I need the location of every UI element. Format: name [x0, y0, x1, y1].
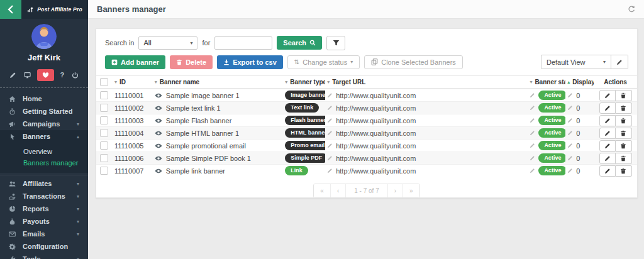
sidebar-item-configuration[interactable]: Configuration: [0, 240, 88, 253]
delete-button[interactable]: Delete: [170, 55, 213, 69]
sidebar-item-tools[interactable]: Tools ▾: [0, 253, 88, 259]
column-header-target-url[interactable]: ▾Target URL: [325, 79, 528, 85]
eye-icon[interactable]: [155, 104, 162, 112]
heart-icon: [42, 72, 49, 79]
download-icon: [223, 59, 230, 65]
pagination-prev-button[interactable]: ‹: [330, 184, 345, 197]
sidebar-item-getting-started[interactable]: Getting Started: [0, 105, 88, 118]
pagination-first-button[interactable]: «: [314, 184, 330, 197]
sidebar-item-transactions[interactable]: Transactions ▾: [0, 190, 88, 202]
favorites-button[interactable]: [37, 69, 54, 81]
edit-button[interactable]: [599, 128, 616, 139]
edit-display-order-icon[interactable]: [567, 130, 573, 136]
edit-display-order-icon[interactable]: [567, 168, 573, 174]
edit-button[interactable]: [599, 140, 616, 152]
column-header-banner-type[interactable]: ▾Banner type: [283, 79, 325, 85]
eye-icon[interactable]: [155, 142, 162, 150]
row-checkbox[interactable]: [100, 167, 108, 175]
delete-row-button[interactable]: [616, 102, 632, 114]
funnel-icon: [333, 40, 340, 47]
sidebar-item-campaigns[interactable]: Campaigns ▾: [0, 118, 88, 130]
search-input[interactable]: [214, 36, 272, 50]
pagination-last-button[interactable]: »: [402, 184, 419, 197]
edit-status-icon[interactable]: [530, 118, 535, 123]
edit-status-icon[interactable]: [530, 155, 535, 161]
sidebar-item-home[interactable]: Home: [0, 92, 88, 105]
clone-selected-banners-button[interactable]: Clone Selected Banners: [364, 55, 463, 69]
eye-icon[interactable]: [155, 117, 162, 124]
edit-display-order-icon[interactable]: [567, 155, 573, 161]
delete-row-button[interactable]: [616, 115, 632, 126]
edit-url-icon[interactable]: [327, 168, 333, 174]
edit-button[interactable]: [599, 153, 616, 164]
pagination-next-button[interactable]: ›: [387, 184, 402, 197]
edit-url-icon[interactable]: [327, 143, 333, 148]
eye-icon[interactable]: [155, 167, 162, 175]
delete-row-button[interactable]: [616, 165, 632, 177]
delete-row-button[interactable]: [616, 128, 632, 139]
edit-display-order-icon[interactable]: [567, 105, 573, 111]
search-button[interactable]: Search: [277, 36, 322, 50]
delete-row-button[interactable]: [616, 153, 632, 164]
sidebar-item-banners[interactable]: Banners ▴: [0, 130, 88, 143]
logout-button[interactable]: [70, 70, 80, 80]
export-to-csv-button[interactable]: Export to csv: [217, 55, 283, 69]
sidebar-subitem-banners-manager[interactable]: Banners manager: [0, 157, 88, 168]
edit-view-button[interactable]: [611, 55, 628, 69]
row-checkbox[interactable]: [100, 129, 108, 137]
sidebar-item-payouts[interactable]: Payouts ▾: [0, 215, 88, 228]
edit-url-icon[interactable]: [327, 92, 333, 98]
clone-icon: [371, 58, 378, 65]
edit-button[interactable]: [599, 90, 616, 101]
edit-display-order-icon[interactable]: [567, 92, 573, 98]
select-all-checkbox[interactable]: [100, 78, 108, 86]
refresh-button[interactable]: [628, 4, 635, 14]
help-button[interactable]: ?: [58, 70, 65, 80]
edit-url-icon[interactable]: [327, 105, 333, 111]
edit-button[interactable]: [599, 115, 616, 126]
edit-button[interactable]: [599, 165, 616, 177]
column-header-display-order[interactable]: ▴Display o: [565, 79, 594, 85]
eye-icon[interactable]: [155, 92, 162, 99]
edit-status-icon[interactable]: [530, 105, 535, 111]
eye-icon[interactable]: [155, 130, 162, 137]
delete-row-button[interactable]: [616, 140, 632, 152]
search-scope-select[interactable]: All ▾: [138, 36, 197, 50]
column-header-banner-name[interactable]: ▾Banner name: [153, 79, 284, 85]
banner-id: 11110003: [113, 117, 153, 124]
row-checkbox[interactable]: [100, 141, 108, 150]
edit-button[interactable]: [599, 102, 616, 114]
edit-url-icon[interactable]: [327, 130, 333, 136]
row-checkbox[interactable]: [100, 116, 108, 124]
sidebar-item-reports[interactable]: Reports ▾: [0, 202, 88, 215]
edit-profile-button[interactable]: [8, 70, 18, 80]
view-select[interactable]: Default View ▾: [541, 55, 611, 69]
row-checkbox[interactable]: [100, 104, 108, 112]
sidebar-item-affiliates[interactable]: Affiliates ▾: [0, 177, 88, 190]
eye-icon[interactable]: [155, 155, 162, 162]
avatar[interactable]: [31, 24, 57, 49]
delete-row-button[interactable]: [616, 90, 632, 101]
pagination-range-label: 1 - 7 of 7: [345, 184, 387, 197]
row-checkbox[interactable]: [100, 154, 108, 162]
change-status-button[interactable]: ⇅ Change status ▾: [287, 55, 360, 69]
row-checkbox[interactable]: [100, 91, 108, 99]
edit-display-order-icon[interactable]: [567, 118, 573, 123]
column-header-banner-status[interactable]: ▾Banner status: [528, 79, 565, 85]
edit-url-icon[interactable]: [327, 155, 333, 161]
edit-status-icon[interactable]: [530, 168, 535, 174]
display-button[interactable]: [23, 70, 32, 80]
column-header-id[interactable]: ▾ID: [113, 79, 153, 85]
edit-status-icon[interactable]: [530, 143, 535, 148]
collapse-sidebar-button[interactable]: [0, 0, 21, 19]
add-banner-button[interactable]: Add banner: [105, 55, 165, 69]
edit-status-icon[interactable]: [530, 130, 535, 136]
edit-url-icon[interactable]: [327, 118, 333, 123]
status-badge: Active: [538, 103, 565, 113]
sidebar-item-emails[interactable]: Emails ▾: [0, 228, 88, 240]
sidebar-subitem-overview[interactable]: Overview: [0, 146, 88, 157]
edit-display-order-icon[interactable]: [567, 143, 573, 148]
filter-button[interactable]: [326, 36, 345, 50]
banner-name: Sample link banner: [166, 167, 225, 175]
edit-status-icon[interactable]: [530, 92, 535, 98]
